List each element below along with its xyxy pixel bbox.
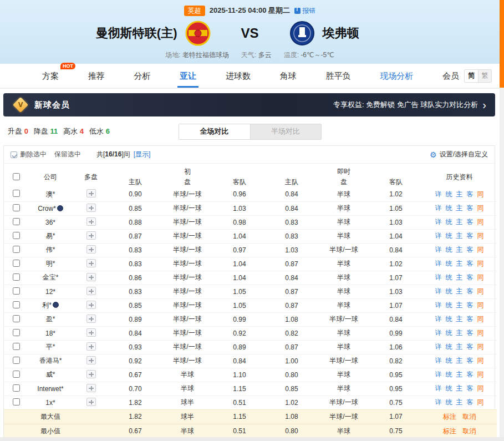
history-link-same[interactable]: 同 — [477, 315, 484, 324]
multi-odds-button[interactable] — [86, 398, 96, 406]
company-name[interactable]: 利* — [28, 298, 73, 312]
history-link-home[interactable]: 主 — [456, 190, 463, 199]
row-checkbox[interactable] — [13, 273, 20, 281]
cancel-link[interactable]: 取消 — [462, 427, 476, 435]
row-checkbox[interactable] — [13, 343, 20, 350]
history-link-home[interactable]: 主 — [456, 315, 463, 324]
history-link-away[interactable]: 客 — [467, 259, 474, 268]
multi-odds-button[interactable] — [86, 259, 96, 267]
row-checkbox[interactable] — [13, 371, 20, 378]
row-checkbox[interactable] — [13, 260, 20, 267]
history-link-detail[interactable]: 详 — [435, 217, 442, 227]
history-link-detail[interactable]: 详 — [435, 301, 442, 310]
tab-analysis[interactable]: 分析 — [132, 64, 153, 88]
row-checkbox[interactable] — [13, 329, 20, 336]
history-link-same[interactable]: 同 — [477, 259, 484, 268]
history-link-same[interactable]: 同 — [477, 217, 484, 227]
mark-link[interactable]: 标注 — [443, 427, 456, 435]
history-link-detail[interactable]: 详 — [435, 190, 442, 199]
history-link-away[interactable]: 客 — [467, 273, 474, 282]
tab-half-match-compare[interactable]: 半场对比 — [250, 124, 321, 139]
history-link-detail[interactable]: 详 — [435, 315, 442, 324]
history-link-stats[interactable]: 统 — [446, 204, 452, 213]
delete-selected-button[interactable]: 删除选中 — [11, 150, 47, 159]
member-banner[interactable]: V 新球会员 专享权益: 免费解锁 免广告 球队实力对比分析 › — [3, 93, 495, 116]
tab-goals[interactable]: 进球数 — [223, 64, 253, 88]
history-link-same[interactable]: 同 — [477, 384, 484, 393]
history-link-same[interactable]: 同 — [477, 190, 484, 199]
history-link-stats[interactable]: 统 — [446, 273, 452, 282]
history-link-home[interactable]: 主 — [456, 384, 463, 393]
history-link-away[interactable]: 客 — [467, 315, 474, 324]
multi-odds-button[interactable] — [86, 245, 96, 254]
history-link-home[interactable]: 主 — [456, 259, 463, 268]
history-link-home[interactable]: 主 — [456, 342, 463, 352]
tab-plans[interactable]: 方案HOT — [40, 64, 61, 88]
multi-odds-button[interactable] — [86, 315, 96, 323]
show-link[interactable]: [显示] — [134, 150, 151, 159]
history-link-same[interactable]: 同 — [477, 273, 484, 282]
history-link-detail[interactable]: 详 — [435, 259, 442, 268]
company-name[interactable]: 平* — [28, 340, 73, 354]
multi-odds-button[interactable] — [86, 273, 96, 281]
history-link-same[interactable]: 同 — [477, 398, 484, 407]
row-checkbox[interactable] — [13, 384, 20, 392]
row-checkbox[interactable] — [13, 190, 20, 197]
history-link-detail[interactable]: 详 — [435, 273, 442, 282]
history-link-away[interactable]: 客 — [467, 370, 474, 379]
company-name[interactable]: 18* — [28, 326, 73, 340]
row-checkbox[interactable] — [13, 357, 20, 364]
history-link-detail[interactable]: 详 — [435, 231, 442, 241]
tab-asian-handicap[interactable]: 亚让 — [177, 64, 198, 88]
history-link-stats[interactable]: 统 — [446, 287, 452, 296]
history-link-stats[interactable]: 统 — [446, 356, 452, 366]
history-link-away[interactable]: 客 — [467, 342, 474, 352]
banner-benefits[interactable]: 专享权益: 免费解锁 免广告 球队实力对比分析 › — [333, 99, 486, 110]
history-link-detail[interactable]: 详 — [435, 287, 442, 296]
row-checkbox[interactable] — [13, 204, 20, 211]
multi-odds-button[interactable] — [86, 287, 96, 295]
multi-odds-button[interactable] — [86, 328, 96, 337]
history-link-same[interactable]: 同 — [477, 342, 484, 352]
history-link-home[interactable]: 主 — [456, 370, 463, 379]
history-link-home[interactable]: 主 — [456, 328, 463, 338]
tab-recommend[interactable]: 推荐 — [86, 64, 107, 88]
history-link-stats[interactable]: 统 — [446, 231, 452, 241]
tab-full-match-compare[interactable]: 全场对比 — [179, 124, 250, 139]
multi-odds-button[interactable] — [86, 356, 96, 364]
history-link-away[interactable]: 客 — [467, 287, 474, 296]
company-name[interactable]: 盈* — [28, 312, 73, 326]
vertical-scrollbar[interactable] — [500, 0, 504, 437]
history-link-same[interactable]: 同 — [477, 370, 484, 379]
company-name[interactable]: 1x* — [28, 396, 73, 409]
history-link-stats[interactable]: 统 — [446, 259, 452, 268]
history-link-detail[interactable]: 详 — [435, 328, 442, 338]
history-link-stats[interactable]: 统 — [446, 342, 452, 352]
row-checkbox[interactable] — [13, 246, 20, 253]
history-link-detail[interactable]: 详 — [435, 342, 442, 352]
history-link-away[interactable]: 客 — [467, 217, 474, 227]
company-name[interactable]: Interwet* — [28, 382, 73, 396]
multi-odds-button[interactable] — [86, 204, 96, 212]
mark-link[interactable]: 标注 — [443, 413, 456, 420]
history-link-home[interactable]: 主 — [456, 287, 463, 296]
lang-traditional-button[interactable]: 繁 — [478, 70, 491, 82]
multi-odds-button[interactable] — [86, 231, 96, 240]
tab-live-analysis[interactable]: 现场分析 — [378, 64, 415, 88]
history-link-away[interactable]: 客 — [467, 245, 474, 255]
history-link-same[interactable]: 同 — [477, 231, 484, 241]
select-all-checkbox[interactable] — [13, 173, 20, 180]
history-link-stats[interactable]: 统 — [446, 370, 452, 379]
history-link-away[interactable]: 客 — [467, 356, 474, 366]
history-link-stats[interactable]: 统 — [446, 384, 452, 393]
history-link-away[interactable]: 客 — [467, 301, 474, 310]
multi-odds-button[interactable] — [86, 384, 96, 392]
history-link-same[interactable]: 同 — [477, 204, 484, 213]
history-link-same[interactable]: 同 — [477, 301, 484, 310]
history-link-away[interactable]: 客 — [467, 231, 474, 241]
company-name[interactable]: 36* — [28, 215, 73, 229]
history-link-away[interactable]: 客 — [467, 384, 474, 393]
history-link-detail[interactable]: 详 — [435, 384, 442, 393]
row-checkbox[interactable] — [13, 218, 20, 225]
history-link-stats[interactable]: 统 — [446, 190, 452, 199]
